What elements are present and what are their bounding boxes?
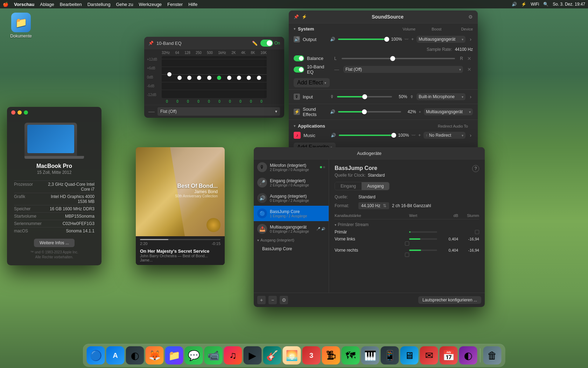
dock-arc2[interactable]: ◐ bbox=[459, 346, 477, 364]
ad-tab-eingang[interactable]: Eingang bbox=[335, 182, 362, 190]
ss-input-slider[interactable] bbox=[337, 96, 392, 97]
eq-dot-10[interactable] bbox=[257, 76, 261, 80]
dock-firefox[interactable]: 🦊 bbox=[146, 346, 164, 364]
dock-finder2[interactable]: 📁 bbox=[165, 346, 183, 364]
ad-ch-primar-bar[interactable] bbox=[409, 231, 437, 233]
dock-fantastical[interactable]: 📅 bbox=[440, 346, 458, 364]
ss-sound-effects-slider[interactable] bbox=[338, 111, 401, 113]
ad-col-db: dB bbox=[437, 213, 458, 218]
ss-output-slider[interactable] bbox=[338, 39, 387, 40]
eq-dot-3[interactable] bbox=[187, 76, 191, 80]
eq-dot-6[interactable] bbox=[217, 76, 221, 80]
menu-werkzeuge[interactable]: Werkzeuge bbox=[139, 2, 162, 7]
menu-hilfe[interactable]: Hilfe bbox=[188, 2, 197, 7]
menu-gehe-zu[interactable]: Gehe zu bbox=[116, 2, 133, 7]
ss-input-expand[interactable]: › bbox=[468, 93, 473, 100]
dock-facetime[interactable]: 📹 bbox=[204, 346, 223, 364]
ad-ch-primar-mute[interactable] bbox=[475, 230, 479, 234]
ss-balance-close[interactable]: ✕ bbox=[466, 56, 473, 61]
dock-maps[interactable]: 🗺 bbox=[342, 346, 360, 364]
ad-add-device-button[interactable]: + bbox=[257, 296, 266, 304]
ad-settings-device-button[interactable]: ⚙ bbox=[280, 296, 288, 304]
dock-spark[interactable]: ✉ bbox=[420, 346, 438, 364]
dock-finder[interactable]: 🔵 bbox=[87, 346, 105, 364]
eq-dot-9[interactable] bbox=[247, 76, 251, 80]
eq-preset-selector[interactable]: Flat (Off) ▾ bbox=[158, 107, 280, 116]
apple-menu[interactable]: 🍎 bbox=[3, 2, 8, 7]
ss-system-chevron[interactable]: ▾ bbox=[294, 27, 296, 31]
eq-dot-2[interactable] bbox=[177, 76, 182, 80]
eq-on-switch[interactable] bbox=[260, 40, 273, 47]
dock-photos[interactable]: 🌅 bbox=[283, 346, 301, 364]
eq-dot-1[interactable] bbox=[167, 72, 172, 76]
dock-screens[interactable]: 🖥 bbox=[400, 346, 419, 364]
ad-format-select[interactable]: 44.100 Hz ⇅ bbox=[358, 202, 389, 209]
menubar-wifi-icon[interactable]: WiFi bbox=[531, 2, 539, 7]
ad-item-bassjump[interactable]: 🔵 BassJump Core 1 Eingang / 2 Ausgänge bbox=[254, 206, 329, 221]
dock-appstore[interactable]: A bbox=[106, 346, 125, 364]
close-button[interactable] bbox=[11, 110, 15, 115]
ss-music-slider[interactable] bbox=[339, 135, 394, 136]
dock-trash[interactable]: 🗑 bbox=[483, 346, 502, 364]
ss-input-device-select[interactable]: Built-in Microphone ▾ bbox=[416, 93, 465, 100]
dock-music[interactable]: ♫ bbox=[224, 346, 242, 364]
ss-music-boost-btn[interactable]: + bbox=[418, 133, 421, 138]
ss-balance-slider[interactable] bbox=[342, 58, 455, 59]
dock-messages[interactable]: 💬 bbox=[185, 346, 203, 364]
dock-calendar[interactable]: 3 bbox=[302, 346, 321, 364]
ss-output-device-select[interactable]: Multiausgangsgerät ▾ bbox=[416, 36, 465, 43]
menu-bearbeiten[interactable]: Bearbeiten bbox=[60, 2, 82, 7]
zoom-button[interactable] bbox=[24, 110, 28, 115]
ss-pin-icon[interactable]: 📌 bbox=[294, 14, 299, 19]
ad-ch-vlinks-bar[interactable] bbox=[409, 238, 437, 240]
ad-ch-vrechts-bar[interactable] bbox=[409, 250, 437, 251]
ss-settings-icon[interactable]: ⚙ bbox=[468, 14, 473, 20]
ss-balance-toggle[interactable] bbox=[294, 55, 304, 61]
ad-item-eingang[interactable]: 🎤 Eingang (integriert) 2 Eingänge / 0 Au… bbox=[254, 175, 329, 190]
menu-ablage[interactable]: Ablage bbox=[40, 2, 54, 7]
ad-item-ausgang[interactable]: 🔊 Ausgang (integriert) 0 Eingänge / 2 Au… bbox=[254, 190, 329, 206]
ss-eq-preset-select[interactable]: Flat (Off) ▾ bbox=[343, 66, 463, 73]
ss-music-expand[interactable]: › bbox=[468, 132, 473, 139]
ad-group-ausgang2[interactable]: ▾ Ausgang (integriert) bbox=[254, 237, 329, 244]
ad-item-multiausgang[interactable]: 📤 Multiausgangsgerät 0 Eingänge / 2 Ausg… bbox=[254, 221, 329, 237]
menubar-search-icon[interactable]: 🔍 bbox=[543, 2, 548, 7]
dock-keka[interactable]: 🗜 bbox=[322, 346, 340, 364]
ss-no-redirect-select[interactable]: ↑ No Redirect ▾ bbox=[424, 132, 465, 139]
minimize-button[interactable] bbox=[18, 110, 22, 115]
ss-add-effect-button[interactable]: Add Effect ▾ bbox=[294, 78, 330, 87]
dock-tv[interactable]: ▶ bbox=[244, 346, 262, 364]
ss-output-expand[interactable]: › bbox=[468, 36, 473, 43]
ad-remove-device-button[interactable]: − bbox=[268, 296, 277, 304]
eq-edit-icon[interactable]: ✏️ bbox=[252, 41, 258, 46]
ss-eq-toggle[interactable] bbox=[294, 67, 304, 73]
ad-item-bassjump2[interactable]: BassJump Core bbox=[254, 244, 329, 254]
ad-ch-vlinks-mute[interactable] bbox=[405, 241, 409, 246]
dock-piano[interactable]: 🎹 bbox=[361, 346, 379, 364]
ss-output-boost-btn[interactable]: + bbox=[411, 37, 414, 42]
weitere-infos-button[interactable]: Weitere Infos ... bbox=[34, 239, 75, 247]
dock-arc[interactable]: ◐ bbox=[126, 346, 144, 364]
ss-eq-close[interactable]: ✕ bbox=[466, 67, 473, 72]
progress-bar[interactable] bbox=[140, 239, 220, 240]
ss-sound-effects-device-select[interactable]: Multiausgangsgerät ▾ bbox=[424, 108, 473, 115]
dock-capo[interactable]: 🎸 bbox=[263, 346, 281, 364]
ad-help-button[interactable]: ? bbox=[472, 165, 479, 172]
ad-tab-ausgang[interactable]: Ausgang bbox=[362, 182, 389, 190]
app-name[interactable]: Vorschau bbox=[14, 2, 34, 7]
ad-stream-chevron[interactable]: ▾ bbox=[335, 223, 336, 227]
ad-ch-vrechts-mute[interactable] bbox=[405, 253, 409, 257]
eq-dot-8[interactable] bbox=[237, 76, 241, 80]
menubar-volume-icon[interactable]: 🔊 bbox=[512, 2, 517, 7]
desktop-icon-dokumente[interactable]: 📁 Dokumente bbox=[7, 13, 35, 39]
eq-dot-7[interactable] bbox=[227, 76, 231, 80]
ss-apps-chevron[interactable]: ▾ bbox=[294, 124, 296, 128]
dock-screen[interactable]: 📱 bbox=[381, 346, 399, 364]
eq-dot-5[interactable] bbox=[207, 76, 211, 80]
ad-item-mikrofon[interactable]: 🎙 Mikrofon (integriert) 2 Eingänge / 0 A… bbox=[254, 159, 329, 175]
menu-darstellung[interactable]: Darstellung bbox=[88, 2, 111, 7]
eq-toggle[interactable]: On bbox=[260, 40, 280, 47]
ad-config-speakers-button[interactable]: Lautsprecher konfigurieren ... bbox=[418, 296, 481, 304]
menu-fenster[interactable]: Fenster bbox=[167, 2, 183, 7]
eq-dot-4[interactable] bbox=[197, 76, 201, 80]
